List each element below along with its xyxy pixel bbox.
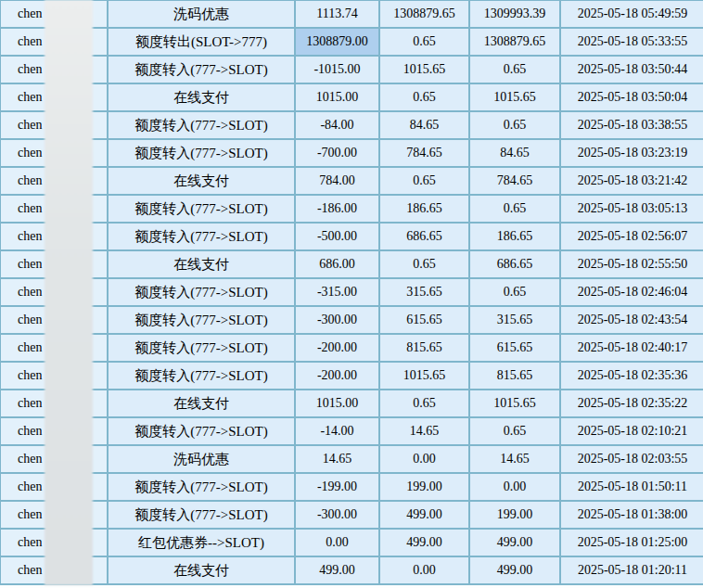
amount-cell[interactable]: 1015.00 bbox=[295, 390, 379, 417]
username-cell[interactable]: chen bbox=[0, 111, 108, 139]
type-cell[interactable]: 在线支付 bbox=[108, 390, 295, 417]
amount-cell[interactable]: -84.00 bbox=[295, 111, 379, 139]
username-cell[interactable]: chen bbox=[0, 278, 108, 306]
balance-after-cell[interactable]: 14.65 bbox=[469, 445, 560, 473]
amount-cell[interactable]: 0.00 bbox=[295, 529, 379, 556]
balance-after-cell[interactable]: 815.65 bbox=[469, 362, 560, 390]
time-cell[interactable]: 2025-05-18 03:50:44 bbox=[560, 56, 703, 83]
username-cell[interactable]: chen bbox=[0, 501, 108, 529]
balance-before-cell[interactable]: 0.65 bbox=[379, 390, 469, 417]
username-cell[interactable]: chen bbox=[0, 334, 108, 362]
username-cell[interactable]: chen bbox=[0, 417, 108, 445]
type-cell[interactable]: 在线支付 bbox=[108, 556, 295, 584]
balance-before-cell[interactable]: 499.00 bbox=[379, 501, 469, 529]
balance-before-cell[interactable]: 499.00 bbox=[379, 529, 469, 556]
balance-before-cell[interactable]: 1308879.65 bbox=[379, 0, 469, 28]
amount-cell[interactable]: 499.00 bbox=[295, 556, 379, 584]
time-cell[interactable]: 2025-05-18 03:50:04 bbox=[560, 83, 703, 111]
time-cell[interactable]: 2025-05-18 02:46:04 bbox=[560, 278, 703, 306]
username-cell[interactable]: chen bbox=[0, 0, 108, 28]
balance-after-cell[interactable]: 499.00 bbox=[469, 529, 560, 556]
type-cell[interactable]: 红包优惠券-->SLOT) bbox=[108, 529, 295, 556]
type-cell[interactable]: 洗码优惠 bbox=[108, 0, 295, 28]
time-cell[interactable]: 2025-05-18 03:21:42 bbox=[560, 167, 703, 195]
balance-before-cell[interactable]: 0.65 bbox=[379, 83, 469, 111]
balance-after-cell[interactable]: 499.00 bbox=[469, 556, 560, 584]
balance-after-cell[interactable]: 0.65 bbox=[469, 56, 560, 83]
username-cell[interactable]: chen bbox=[0, 362, 108, 390]
amount-cell[interactable]: -186.00 bbox=[295, 195, 379, 223]
username-cell[interactable]: chen bbox=[0, 28, 108, 56]
amount-cell[interactable]: -200.00 bbox=[295, 334, 379, 362]
amount-cell[interactable]: -300.00 bbox=[295, 501, 379, 529]
amount-cell[interactable]: -315.00 bbox=[295, 278, 379, 306]
type-cell[interactable]: 额度转入(777->SLOT) bbox=[108, 223, 295, 250]
username-cell[interactable]: chen bbox=[0, 83, 108, 111]
amount-cell[interactable]: 1015.00 bbox=[295, 83, 379, 111]
amount-cell[interactable]: -200.00 bbox=[295, 362, 379, 390]
balance-after-cell[interactable]: 1308879.65 bbox=[469, 28, 560, 56]
balance-after-cell[interactable]: 0.65 bbox=[469, 195, 560, 223]
balance-after-cell[interactable]: 0.65 bbox=[469, 111, 560, 139]
time-cell[interactable]: 2025-05-18 01:38:00 bbox=[560, 501, 703, 529]
balance-after-cell[interactable]: 0.65 bbox=[469, 278, 560, 306]
amount-cell[interactable]: -1015.00 bbox=[295, 56, 379, 83]
balance-after-cell[interactable]: 186.65 bbox=[469, 223, 560, 250]
balance-after-cell[interactable]: 0.00 bbox=[469, 473, 560, 501]
type-cell[interactable]: 洗码优惠 bbox=[108, 445, 295, 473]
time-cell[interactable]: 2025-05-18 03:38:55 bbox=[560, 111, 703, 139]
balance-after-cell[interactable]: 784.65 bbox=[469, 167, 560, 195]
amount-cell[interactable]: 686.00 bbox=[295, 250, 379, 278]
balance-before-cell[interactable]: 0.65 bbox=[379, 250, 469, 278]
username-cell[interactable]: chen bbox=[0, 390, 108, 417]
balance-before-cell[interactable]: 0.00 bbox=[379, 445, 469, 473]
username-cell[interactable]: chen bbox=[0, 556, 108, 584]
amount-cell[interactable]: -500.00 bbox=[295, 223, 379, 250]
balance-after-cell[interactable]: 686.65 bbox=[469, 250, 560, 278]
username-cell[interactable]: chen bbox=[0, 195, 108, 223]
amount-cell[interactable]: -199.00 bbox=[295, 473, 379, 501]
type-cell[interactable]: 额度转入(777->SLOT) bbox=[108, 139, 295, 167]
balance-before-cell[interactable]: 199.00 bbox=[379, 473, 469, 501]
amount-cell[interactable]: 14.65 bbox=[295, 445, 379, 473]
type-cell[interactable]: 额度转入(777->SLOT) bbox=[108, 473, 295, 501]
time-cell[interactable]: 2025-05-18 01:20:11 bbox=[560, 556, 703, 584]
type-cell[interactable]: 在线支付 bbox=[108, 167, 295, 195]
time-cell[interactable]: 2025-05-18 02:03:55 bbox=[560, 445, 703, 473]
balance-before-cell[interactable]: 0.65 bbox=[379, 28, 469, 56]
type-cell[interactable]: 额度转入(777->SLOT) bbox=[108, 306, 295, 334]
balance-before-cell[interactable]: 14.65 bbox=[379, 417, 469, 445]
amount-cell[interactable]: 1113.74 bbox=[295, 0, 379, 28]
time-cell[interactable]: 2025-05-18 05:49:59 bbox=[560, 0, 703, 28]
username-cell[interactable]: chen bbox=[0, 223, 108, 250]
time-cell[interactable]: 2025-05-18 02:55:50 bbox=[560, 250, 703, 278]
type-cell[interactable]: 额度转入(777->SLOT) bbox=[108, 362, 295, 390]
type-cell[interactable]: 在线支付 bbox=[108, 250, 295, 278]
balance-before-cell[interactable]: 1015.65 bbox=[379, 56, 469, 83]
balance-before-cell[interactable]: 1015.65 bbox=[379, 362, 469, 390]
balance-before-cell[interactable]: 615.65 bbox=[379, 306, 469, 334]
balance-before-cell[interactable]: 186.65 bbox=[379, 195, 469, 223]
time-cell[interactable]: 2025-05-18 02:43:54 bbox=[560, 306, 703, 334]
time-cell[interactable]: 2025-05-18 05:33:55 bbox=[560, 28, 703, 56]
balance-after-cell[interactable]: 315.65 bbox=[469, 306, 560, 334]
time-cell[interactable]: 2025-05-18 03:23:19 bbox=[560, 139, 703, 167]
type-cell[interactable]: 额度转入(777->SLOT) bbox=[108, 334, 295, 362]
balance-before-cell[interactable]: 815.65 bbox=[379, 334, 469, 362]
balance-before-cell[interactable]: 0.00 bbox=[379, 556, 469, 584]
time-cell[interactable]: 2025-05-18 02:35:36 bbox=[560, 362, 703, 390]
type-cell[interactable]: 额度转入(777->SLOT) bbox=[108, 278, 295, 306]
type-cell[interactable]: 额度转入(777->SLOT) bbox=[108, 195, 295, 223]
amount-cell[interactable]: -300.00 bbox=[295, 306, 379, 334]
time-cell[interactable]: 2025-05-18 03:05:13 bbox=[560, 195, 703, 223]
time-cell[interactable]: 2025-05-18 02:35:22 bbox=[560, 390, 703, 417]
balance-after-cell[interactable]: 199.00 bbox=[469, 501, 560, 529]
balance-after-cell[interactable]: 84.65 bbox=[469, 139, 560, 167]
balance-after-cell[interactable]: 0.65 bbox=[469, 417, 560, 445]
balance-after-cell[interactable]: 615.65 bbox=[469, 334, 560, 362]
balance-before-cell[interactable]: 315.65 bbox=[379, 278, 469, 306]
username-cell[interactable]: chen bbox=[0, 529, 108, 556]
username-cell[interactable]: chen bbox=[0, 139, 108, 167]
type-cell[interactable]: 在线支付 bbox=[108, 83, 295, 111]
username-cell[interactable]: chen bbox=[0, 306, 108, 334]
